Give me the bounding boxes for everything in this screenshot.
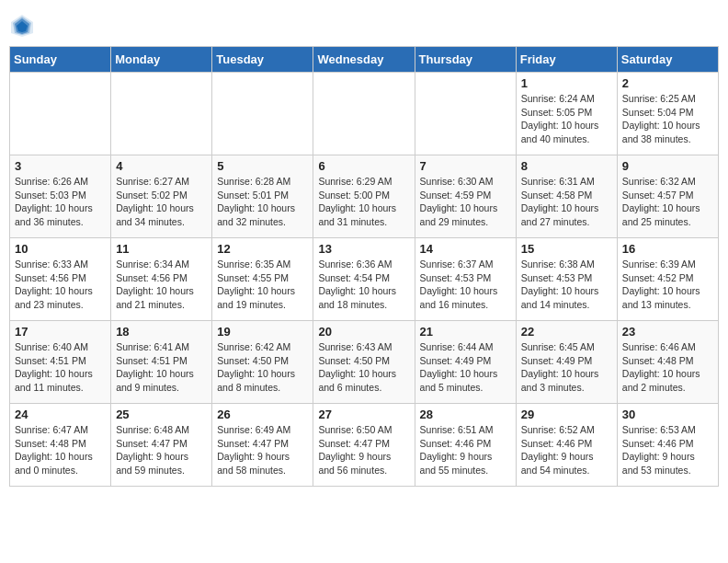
day-number: 12: [217, 242, 308, 256]
day-info: Sunrise: 6:27 AM Sunset: 5:02 PM Dayligh…: [116, 175, 207, 229]
day-number: 10: [15, 242, 106, 256]
calendar-cell: 1Sunrise: 6:24 AM Sunset: 5:05 PM Daylig…: [516, 73, 617, 155]
calendar-cell: 20Sunrise: 6:43 AM Sunset: 4:50 PM Dayli…: [313, 321, 415, 404]
day-info: Sunrise: 6:38 AM Sunset: 4:53 PM Dayligh…: [521, 258, 612, 312]
weekday-header: Tuesday: [212, 47, 313, 73]
calendar-cell: 14Sunrise: 6:37 AM Sunset: 4:53 PM Dayli…: [415, 238, 516, 321]
calendar-cell: 11Sunrise: 6:34 AM Sunset: 4:56 PM Dayli…: [111, 238, 212, 321]
weekday-header: Thursday: [415, 47, 516, 73]
calendar-cell: 17Sunrise: 6:40 AM Sunset: 4:51 PM Dayli…: [10, 321, 111, 404]
calendar-week-row: 24Sunrise: 6:47 AM Sunset: 4:48 PM Dayli…: [10, 404, 719, 487]
day-number: 30: [622, 408, 713, 421]
day-number: 7: [420, 159, 511, 173]
day-number: 8: [521, 159, 612, 173]
day-number: 28: [420, 408, 511, 421]
day-info: Sunrise: 6:42 AM Sunset: 4:50 PM Dayligh…: [217, 340, 308, 395]
day-number: 29: [521, 408, 612, 421]
calendar-cell: 21Sunrise: 6:44 AM Sunset: 4:49 PM Dayli…: [415, 321, 516, 404]
day-number: 11: [116, 242, 207, 256]
day-info: Sunrise: 6:36 AM Sunset: 4:54 PM Dayligh…: [318, 258, 409, 312]
weekday-header: Wednesday: [313, 47, 415, 73]
day-info: Sunrise: 6:43 AM Sunset: 4:50 PM Dayligh…: [318, 340, 409, 395]
calendar-cell: 18Sunrise: 6:41 AM Sunset: 4:51 PM Dayli…: [111, 321, 212, 404]
calendar-cell: [212, 73, 313, 155]
calendar-cell: 22Sunrise: 6:45 AM Sunset: 4:49 PM Dayli…: [516, 321, 617, 404]
day-info: Sunrise: 6:30 AM Sunset: 4:59 PM Dayligh…: [420, 175, 511, 229]
day-number: 20: [318, 325, 409, 339]
day-info: Sunrise: 6:25 AM Sunset: 5:04 PM Dayligh…: [622, 92, 713, 146]
calendar-cell: 12Sunrise: 6:35 AM Sunset: 4:55 PM Dayli…: [212, 238, 313, 321]
day-number: 2: [622, 76, 713, 90]
page-header: [9, 9, 719, 39]
calendar-cell: 27Sunrise: 6:50 AM Sunset: 4:47 PM Dayli…: [313, 404, 415, 487]
calendar-cell: 30Sunrise: 6:53 AM Sunset: 4:46 PM Dayli…: [617, 404, 718, 487]
day-number: 3: [15, 159, 106, 173]
day-number: 27: [318, 408, 409, 421]
calendar-body: 1Sunrise: 6:24 AM Sunset: 5:05 PM Daylig…: [10, 73, 719, 487]
calendar-cell: 24Sunrise: 6:47 AM Sunset: 4:48 PM Dayli…: [10, 404, 111, 487]
day-number: 18: [116, 325, 207, 339]
day-number: 1: [521, 76, 612, 90]
calendar-cell: 7Sunrise: 6:30 AM Sunset: 4:59 PM Daylig…: [415, 155, 516, 238]
day-info: Sunrise: 6:47 AM Sunset: 4:48 PM Dayligh…: [15, 423, 106, 477]
day-number: 23: [622, 325, 713, 339]
calendar-week-row: 3Sunrise: 6:26 AM Sunset: 5:03 PM Daylig…: [10, 155, 719, 238]
calendar-cell: 15Sunrise: 6:38 AM Sunset: 4:53 PM Dayli…: [516, 238, 617, 321]
day-number: 22: [521, 325, 612, 339]
day-number: 26: [217, 408, 308, 421]
day-info: Sunrise: 6:48 AM Sunset: 4:47 PM Dayligh…: [116, 423, 207, 477]
day-info: Sunrise: 6:34 AM Sunset: 4:56 PM Dayligh…: [116, 258, 207, 312]
day-info: Sunrise: 6:32 AM Sunset: 4:57 PM Dayligh…: [622, 175, 713, 229]
calendar-cell: [313, 73, 415, 155]
day-info: Sunrise: 6:26 AM Sunset: 5:03 PM Dayligh…: [15, 175, 106, 229]
calendar-cell: 23Sunrise: 6:46 AM Sunset: 4:48 PM Dayli…: [617, 321, 718, 404]
calendar-cell: 3Sunrise: 6:26 AM Sunset: 5:03 PM Daylig…: [10, 155, 111, 238]
day-info: Sunrise: 6:29 AM Sunset: 5:00 PM Dayligh…: [318, 175, 409, 229]
calendar-week-row: 1Sunrise: 6:24 AM Sunset: 5:05 PM Daylig…: [10, 73, 719, 155]
calendar-week-row: 10Sunrise: 6:33 AM Sunset: 4:56 PM Dayli…: [10, 238, 719, 321]
weekday-header: Monday: [111, 47, 212, 73]
calendar-cell: 8Sunrise: 6:31 AM Sunset: 4:58 PM Daylig…: [516, 155, 617, 238]
day-number: 16: [622, 242, 713, 256]
day-info: Sunrise: 6:28 AM Sunset: 5:01 PM Dayligh…: [217, 175, 308, 229]
calendar-cell: 10Sunrise: 6:33 AM Sunset: 4:56 PM Dayli…: [10, 238, 111, 321]
day-info: Sunrise: 6:24 AM Sunset: 5:05 PM Dayligh…: [521, 92, 612, 146]
calendar-cell: 25Sunrise: 6:48 AM Sunset: 4:47 PM Dayli…: [111, 404, 212, 487]
header-row: SundayMondayTuesdayWednesdayThursdayFrid…: [10, 47, 719, 73]
logo: [9, 13, 39, 39]
day-info: Sunrise: 6:46 AM Sunset: 4:48 PM Dayligh…: [622, 340, 713, 395]
day-number: 15: [521, 242, 612, 256]
calendar-table: SundayMondayTuesdayWednesdayThursdayFrid…: [9, 46, 719, 487]
day-info: Sunrise: 6:39 AM Sunset: 4:52 PM Dayligh…: [622, 258, 713, 312]
calendar-cell: 5Sunrise: 6:28 AM Sunset: 5:01 PM Daylig…: [212, 155, 313, 238]
day-info: Sunrise: 6:44 AM Sunset: 4:49 PM Dayligh…: [420, 340, 511, 395]
day-number: 5: [217, 159, 308, 173]
calendar-header: SundayMondayTuesdayWednesdayThursdayFrid…: [10, 47, 719, 73]
calendar-week-row: 17Sunrise: 6:40 AM Sunset: 4:51 PM Dayli…: [10, 321, 719, 404]
day-number: 4: [116, 159, 207, 173]
weekday-header: Saturday: [617, 47, 718, 73]
day-info: Sunrise: 6:31 AM Sunset: 4:58 PM Dayligh…: [521, 175, 612, 229]
calendar-cell: 4Sunrise: 6:27 AM Sunset: 5:02 PM Daylig…: [111, 155, 212, 238]
weekday-header: Friday: [516, 47, 617, 73]
day-info: Sunrise: 6:51 AM Sunset: 4:46 PM Dayligh…: [420, 423, 511, 477]
calendar-cell: 19Sunrise: 6:42 AM Sunset: 4:50 PM Dayli…: [212, 321, 313, 404]
day-info: Sunrise: 6:52 AM Sunset: 4:46 PM Dayligh…: [521, 423, 612, 477]
weekday-header: Sunday: [10, 47, 111, 73]
day-info: Sunrise: 6:50 AM Sunset: 4:47 PM Dayligh…: [318, 423, 409, 477]
day-info: Sunrise: 6:45 AM Sunset: 4:49 PM Dayligh…: [521, 340, 612, 395]
day-number: 24: [15, 408, 106, 421]
calendar-cell: [10, 73, 111, 155]
day-number: 17: [15, 325, 106, 339]
day-info: Sunrise: 6:41 AM Sunset: 4:51 PM Dayligh…: [116, 340, 207, 395]
day-info: Sunrise: 6:37 AM Sunset: 4:53 PM Dayligh…: [420, 258, 511, 312]
logo-icon: [9, 13, 35, 39]
day-info: Sunrise: 6:53 AM Sunset: 4:46 PM Dayligh…: [622, 423, 713, 477]
day-info: Sunrise: 6:33 AM Sunset: 4:56 PM Dayligh…: [15, 258, 106, 312]
calendar-cell: 26Sunrise: 6:49 AM Sunset: 4:47 PM Dayli…: [212, 404, 313, 487]
day-number: 21: [420, 325, 511, 339]
calendar-cell: 29Sunrise: 6:52 AM Sunset: 4:46 PM Dayli…: [516, 404, 617, 487]
day-number: 6: [318, 159, 409, 173]
day-info: Sunrise: 6:35 AM Sunset: 4:55 PM Dayligh…: [217, 258, 308, 312]
calendar-cell: 9Sunrise: 6:32 AM Sunset: 4:57 PM Daylig…: [617, 155, 718, 238]
